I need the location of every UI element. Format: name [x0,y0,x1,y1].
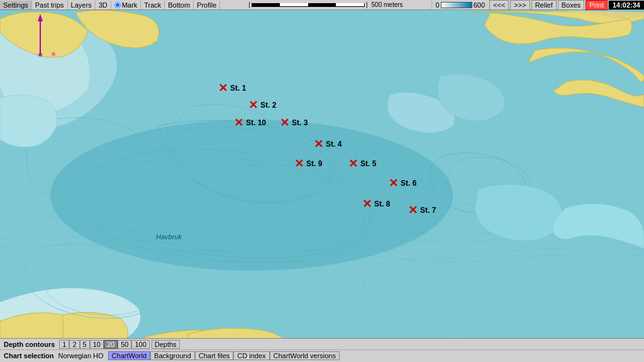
chart-source-label: Norwegian HO [58,352,103,359]
svg-point-4 [38,53,42,57]
mark-radio[interactable]: Mark [111,1,141,9]
chart-selection-label: Chart selection [4,352,53,359]
toolbar: Settings Past trips Layers 3D Mark Track… [0,0,644,10]
scale-seg-2 [280,3,308,6]
depth-contours-label: Depth contours [4,341,55,348]
station-x-st4: ✕ [314,139,323,150]
nav-right-btn[interactable]: >>> [510,0,530,10]
chart-btn-1[interactable]: Background [150,351,195,360]
svg-point-1 [50,120,453,271]
scale-line: | | 500 meters [248,1,402,8]
station-x-st7: ✕ [408,205,418,216]
station-st7[interactable]: ✕ St. 7 [408,205,436,216]
settings-menu[interactable]: Settings [0,1,32,9]
station-label-st4: St. 4 [326,140,341,149]
station-label-st3: St. 3 [292,118,308,127]
pink-marker [52,52,55,56]
track-menu[interactable]: Track [141,1,165,9]
boxes-btn[interactable]: Boxes [558,0,585,10]
station-st3[interactable]: ✕ St. 3 [280,117,308,128]
depth-btn-50[interactable]: 50 [118,340,131,349]
chart-btn-4[interactable]: ChartWorld versions [270,351,340,360]
scale-bar: | | 500 meters [220,1,431,9]
station-label-st2: St. 2 [260,101,276,110]
station-label-st6: St. 6 [401,179,416,188]
station-label-st8: St. 8 [374,200,390,208]
station-x-st2: ✕ [248,99,258,111]
depth-buttons: 125102050100 [59,340,149,349]
depth-btn-1[interactable]: 1 [59,340,69,349]
depth-btn-2[interactable]: 2 [69,340,79,349]
depth-btn-10[interactable]: 10 [90,340,104,349]
station-label-st10: St. 10 [246,118,266,127]
scale-seg-4 [336,3,364,6]
station-st4[interactable]: ✕ St. 4 [314,139,341,150]
scale-seg-1 [252,3,280,6]
chart-btn-2[interactable]: Chart files [195,351,234,360]
station-x-st9: ✕ [294,158,304,169]
station-st9[interactable]: ✕ St. 9 [294,158,322,169]
depth-contours-row: Depth contours 125102050100 Depths [0,339,644,350]
svg-marker-3 [38,14,43,21]
map-background [0,0,644,362]
past-trips-menu[interactable]: Past trips [32,1,68,9]
depth-btn-5[interactable]: 5 [80,340,90,349]
chart-btn-3[interactable]: CD index [233,351,269,360]
layers-menu[interactable]: Layers [68,1,96,9]
station-x-st8: ✕ [362,198,372,210]
time-display: 14:02:34 [608,1,644,9]
scale-text: 500 meters [372,1,403,8]
scale-seg-3 [308,3,336,6]
station-label-st9: St. 9 [306,159,322,168]
depths-btn[interactable]: Depths [152,340,180,349]
depth-min-label: 0 [436,1,440,9]
station-st1[interactable]: ✕ St. 1 [218,82,246,94]
station-x-st6: ✕ [389,178,398,189]
profile-menu[interactable]: Profile [194,1,220,9]
relief-btn[interactable]: Relief [531,0,557,10]
nav-left-btn[interactable]: <<< [489,0,509,10]
chart-option-buttons: ChartWorldBackgroundChart filesCD indexC… [108,351,340,360]
station-st10[interactable]: ✕ St. 10 [234,117,266,128]
depth-gradient [441,2,472,8]
3d-menu[interactable]: 3D [96,1,111,9]
station-st2[interactable]: ✕ St. 2 [248,99,276,111]
depth-btn-100[interactable]: 100 [131,340,149,349]
station-label-st1: St. 1 [230,84,246,93]
print-btn[interactable]: Print [586,0,608,10]
station-x-st5: ✕ [348,158,358,169]
chart-selection-row: Chart selection Norwegian HO ChartWorldB… [0,350,644,361]
station-x-st10: ✕ [234,117,243,128]
depth-range: 0 600 [431,1,489,9]
station-st8[interactable]: ✕ St. 8 [362,198,390,210]
station-st5[interactable]: ✕ St. 5 [348,158,376,169]
depth-max-label: 600 [474,1,485,9]
map-container: Settings Past trips Layers 3D Mark Track… [0,0,644,362]
bottom-bar: Depth contours 125102050100 Depths Chart… [0,338,644,362]
station-label-st7: St. 7 [420,206,436,215]
station-x-st3: ✕ [280,117,289,128]
station-x-st1: ✕ [218,82,228,94]
depth-btn-20[interactable]: 20 [104,340,118,349]
bottom-menu[interactable]: Bottom [165,1,194,9]
station-label-st5: St. 5 [360,159,376,168]
station-st6[interactable]: ✕ St. 6 [389,178,416,189]
havbruk-label: Havbruk [156,233,182,240]
chart-btn-0[interactable]: ChartWorld [108,351,150,360]
compass-arrow [35,14,45,59]
scale-ruler [252,3,365,7]
